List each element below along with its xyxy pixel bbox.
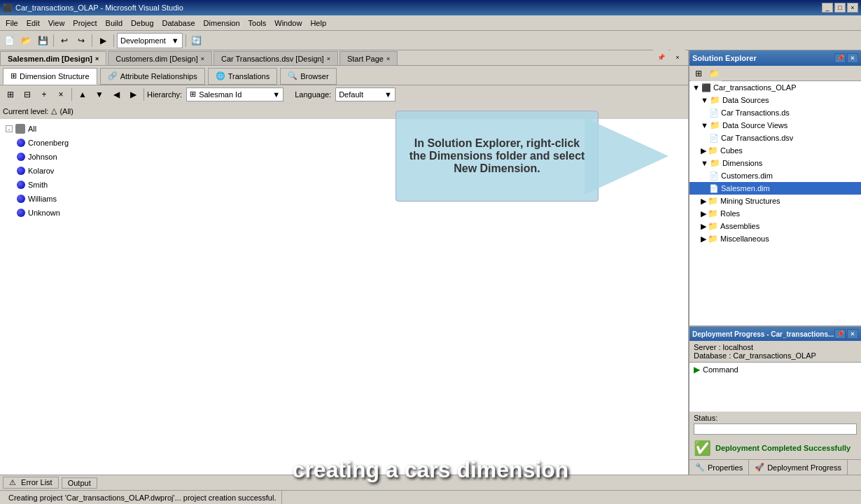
tb2-btn3[interactable]: + — [36, 87, 52, 102]
panel-pin[interactable]: 📌 — [653, 50, 668, 65]
sphere-icon-smith — [17, 181, 25, 189]
tree-item-kolarov[interactable]: Kolarov — [14, 164, 57, 178]
deployment-footer: 🔧 Properties 🚀 Deployment Progress — [690, 459, 861, 475]
menu-project[interactable]: Project — [69, 18, 101, 29]
dep-close-btn[interactable]: × — [847, 329, 858, 339]
build-btn[interactable]: ▶ — [95, 33, 111, 48]
tree-indent4: Smith — [3, 178, 685, 192]
tab-translations[interactable]: 🌐 Translations — [208, 68, 278, 85]
tree-item-williams[interactable]: Williams — [14, 192, 59, 206]
sol-misc-label: Miscellaneous — [720, 234, 769, 243]
sol-assemblies-folder[interactable]: ▶ 📁 Assemblies — [690, 220, 861, 232]
refresh-btn[interactable]: 🔄 — [189, 33, 204, 48]
deployment-footer-btn[interactable]: 🚀 Deployment Progress — [749, 460, 848, 475]
tab-error-list[interactable]: ⚠ Error List — [3, 477, 59, 489]
tb-sep1 — [53, 34, 54, 47]
sol-mining-structures-folder[interactable]: ▶ 📁 Mining Structures — [690, 195, 861, 207]
tab-car-transactions[interactable]: Car Transactions.dsv [Design] × — [214, 51, 338, 65]
main-toolbar: 📄 📂 💾 ↩ ↪ ▶ Development ▼ 🔄 — [0, 31, 861, 50]
tree-label-smith: Smith — [28, 181, 48, 189]
expand-all[interactable]: - — [6, 125, 13, 132]
open-btn[interactable]: 📂 — [18, 33, 34, 48]
minimize-button[interactable]: _ — [822, 3, 833, 13]
sol-tb-btn2[interactable]: 📁 — [706, 66, 722, 81]
tree-item-cronenberg[interactable]: Cronenberg — [14, 136, 71, 150]
tab-customers-dim[interactable]: Customers.dim [Design] × — [108, 51, 212, 65]
menu-debug[interactable]: Debug — [127, 18, 158, 29]
tree-item-unknown[interactable]: Unknown — [14, 206, 63, 220]
menu-database[interactable]: Database — [158, 18, 200, 29]
config-dropdown[interactable]: Development ▼ — [117, 33, 183, 48]
tree-item-smith[interactable]: Smith — [14, 178, 50, 192]
menu-window[interactable]: Window — [270, 18, 306, 29]
maximize-button[interactable]: □ — [834, 3, 846, 13]
tb2-btn5[interactable]: ▲ — [75, 87, 90, 102]
tb2-btn6[interactable]: ▼ — [92, 87, 107, 102]
sol-pin-btn[interactable]: 📌 — [834, 53, 846, 63]
sol-data-sources-folder[interactable]: ▼ 📁 Data Sources — [690, 94, 861, 106]
right-container: Solution Explorer 📌 × ⊞ 📁 ▼ ⬛ Car_tran — [690, 50, 861, 475]
save-btn[interactable]: 💾 — [35, 33, 50, 48]
tab-start-page[interactable]: Start Page × — [340, 51, 398, 65]
sol-project-root[interactable]: ▼ ⬛ Car_transactions_OLAP — [690, 81, 861, 94]
menu-build[interactable]: Build — [102, 18, 127, 29]
tab-start-close[interactable]: × — [386, 55, 390, 62]
tree-root-all[interactable]: - All — [3, 122, 685, 136]
tree-item-johnson[interactable]: Johnson — [14, 150, 60, 164]
close-button[interactable]: × — [847, 3, 858, 13]
tab-dimension-structure[interactable]: ⊞ Dimension Structure — [3, 68, 97, 85]
deployment-icon: 🚀 — [755, 463, 764, 472]
error-list-icon: ⚠ — [9, 478, 16, 486]
sol-folder-icon-ds: 📁 — [710, 95, 720, 105]
tab-attribute-relationships[interactable]: 🔗 Attribute Relationships — [100, 68, 205, 85]
menu-tools[interactable]: Tools — [244, 18, 271, 29]
tb2-btn4[interactable]: × — [53, 87, 69, 102]
sphere-icon-kolarov — [17, 167, 25, 175]
sol-folder-icon-misc: 📁 — [708, 234, 718, 244]
sol-data-source-views-label: Data Source Views — [722, 121, 788, 130]
tb2-btn8[interactable]: ▶ — [125, 87, 141, 102]
tb2-btn7[interactable]: ◀ — [108, 87, 124, 102]
sol-close-btn[interactable]: × — [847, 53, 858, 63]
sol-file-icon-ds: 📄 — [709, 108, 719, 118]
tb2-btn1[interactable]: ⊞ — [3, 87, 18, 102]
menu-dimension[interactable]: Dimension — [200, 18, 244, 29]
app-icon: ⬛ — [3, 4, 13, 13]
sol-car-transactions-dsv[interactable]: 📄 Car Transactions.dsv — [690, 132, 861, 144]
undo-btn[interactable]: ↩ — [57, 33, 72, 48]
tab-customers-close[interactable]: × — [201, 55, 204, 62]
sol-roles-folder[interactable]: ▶ 📁 Roles — [690, 207, 861, 220]
document-tabs: Salesmen.dim [Design] × Customers.dim [D… — [0, 50, 688, 66]
language-select[interactable]: Default ▼ — [335, 88, 396, 102]
sol-misc-folder[interactable]: ▶ 📁 Miscellaneous — [690, 232, 861, 245]
sol-tb-btn1[interactable]: ⊞ — [691, 66, 706, 81]
dep-command-item[interactable]: ▶ Command — [690, 363, 861, 377]
menu-edit[interactable]: Edit — [22, 18, 44, 29]
success-text: Deployment Completed Successfully — [715, 444, 850, 452]
hierarchy-select[interactable]: ⊞ Salesman Id ▼ — [186, 88, 284, 102]
tab-browser[interactable]: 🔍 Browser — [280, 68, 336, 85]
redo-btn[interactable]: ↪ — [74, 33, 89, 48]
menu-help[interactable]: Help — [306, 18, 330, 29]
menu-file[interactable]: File — [1, 18, 22, 29]
tab-car-trans-close[interactable]: × — [327, 55, 330, 62]
tb2-sep2 — [144, 88, 144, 101]
sol-car-transactions-ds[interactable]: 📄 Car Transactions.ds — [690, 106, 861, 119]
new-btn[interactable]: 📄 — [1, 33, 17, 48]
panel-close[interactable]: × — [670, 50, 685, 65]
properties-footer-btn[interactable]: 🔧 Properties — [690, 460, 749, 475]
tab-output[interactable]: Output — [62, 477, 97, 489]
sphere-icon-johnson — [17, 153, 25, 161]
sol-expand-cubes: ▶ — [701, 146, 706, 155]
tab-salesmen-close[interactable]: × — [95, 55, 99, 62]
menu-view[interactable]: View — [44, 18, 69, 29]
sol-cubes-folder[interactable]: ▶ 📁 Cubes — [690, 144, 861, 157]
sol-customers-dim[interactable]: 📄 Customers.dim — [690, 169, 861, 182]
sol-salesmen-dim[interactable]: 📄 Salesmen.dim — [690, 182, 861, 195]
title-bar: ⬛ Car_transactions_OLAP - Microsoft Visu… — [0, 0, 861, 15]
tb2-btn2[interactable]: ⊟ — [20, 87, 35, 102]
sol-dimensions-folder[interactable]: ▼ 📁 Dimensions — [690, 157, 861, 169]
dep-pin-btn[interactable]: 📌 — [834, 329, 846, 339]
tab-salesmen-dim[interactable]: Salesmen.dim [Design] × — [0, 51, 106, 65]
sol-data-source-views-folder[interactable]: ▼ 📁 Data Source Views — [690, 119, 861, 132]
